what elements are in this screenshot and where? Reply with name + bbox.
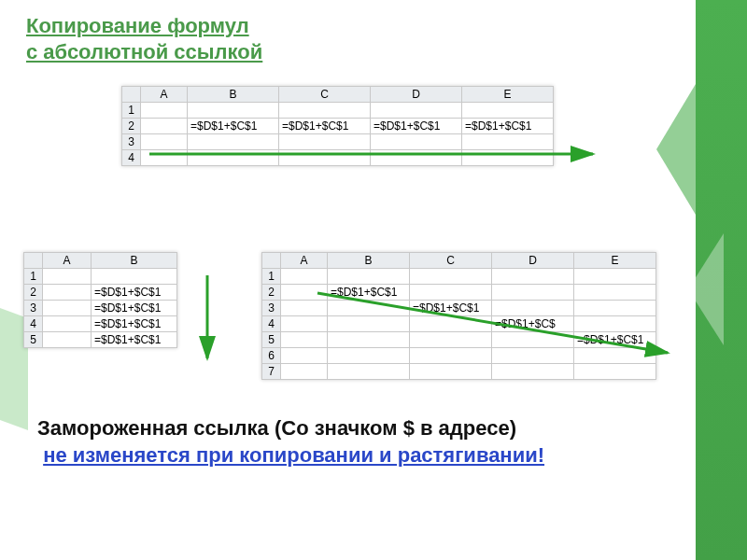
- explain-plain: Замороженная ссылка (Со значком $ в адре…: [37, 416, 516, 440]
- cell: =$D$1+$C$1: [410, 301, 492, 316]
- row-2: 2 =$D$1+$C$1 =$D$1+$C$1 =$D$1+$C$1 =$D$1…: [122, 119, 554, 134]
- col-C: C: [410, 253, 492, 269]
- cell: =$D$1+$C$1: [462, 119, 554, 134]
- row-3: 3=$D$1+$C$1: [24, 301, 177, 316]
- header-row: A B C D E: [262, 253, 656, 269]
- row-5: 5=$D$1+$C$1: [24, 332, 177, 348]
- spreadsheet-diagonal: A B C D E 1 2=$D$1+$C$1 3=$D$1+$C$1 4=$D…: [261, 252, 656, 380]
- header-row: A B C D E: [122, 87, 554, 103]
- col-B: B: [92, 253, 177, 269]
- cell: =$D$1+$C$: [492, 316, 574, 332]
- spreadsheet-horizontal: A B C D E 1 2 =$D$1+$C$1 =$D$1+$C$1 =$D$…: [121, 86, 554, 166]
- row-2: 2=$D$1+$C$1: [262, 285, 656, 301]
- col-E: E: [574, 253, 656, 269]
- col-D: D: [371, 87, 462, 103]
- spreadsheet-vertical: A B 1 2=$D$1+$C$1 3=$D$1+$C$1 4=$D$1+$C$…: [23, 252, 177, 348]
- col-B: B: [188, 87, 279, 103]
- col-A: A: [281, 253, 328, 269]
- cell: [141, 119, 188, 134]
- cell: =$D$1+$C$1: [92, 316, 177, 332]
- row-4: 4: [122, 150, 554, 166]
- cell: =$D$1+$C$1: [92, 285, 177, 301]
- row-1: 1: [122, 103, 554, 119]
- row-7: 7: [262, 364, 656, 380]
- cell: =$D$1+$C$1: [92, 301, 177, 316]
- explanation-text: Замороженная ссылка (Со значком $ в адре…: [37, 415, 663, 469]
- row-4: 4=$D$1+$C$: [262, 316, 656, 332]
- col-D: D: [492, 253, 574, 269]
- row-2: 2=$D$1+$C$1: [24, 285, 177, 301]
- row-4: 4=$D$1+$C$1: [24, 316, 177, 332]
- explain-underline: не изменяется при копировании и растягив…: [43, 443, 544, 467]
- cell: =$D$1+$C$1: [328, 285, 410, 301]
- row-3: 3=$D$1+$C$1: [262, 301, 656, 316]
- col-A: A: [141, 87, 188, 103]
- cell: =$D$1+$C$1: [574, 332, 656, 348]
- row-6: 6: [262, 348, 656, 364]
- cell: =$D$1+$C$1: [371, 119, 462, 134]
- col-C: C: [279, 87, 371, 103]
- row-1: 1: [24, 269, 177, 285]
- row-5: 5=$D$1+$C$1: [262, 332, 656, 348]
- row-1: 1: [262, 269, 656, 285]
- row-3: 3: [122, 134, 554, 150]
- slide-title: Копирование формул с абсолютной ссылкой: [26, 13, 262, 64]
- title-line2: с абсолютной ссылкой: [26, 40, 262, 63]
- cell: =$D$1+$C$1: [188, 119, 279, 134]
- col-B: B: [328, 253, 410, 269]
- arrow-vertical: [194, 273, 220, 366]
- decoration-right: [696, 0, 747, 560]
- header-row: A B: [24, 253, 177, 269]
- col-A: A: [43, 253, 92, 269]
- cell: =$D$1+$C$1: [92, 332, 177, 348]
- corner-cell: [122, 87, 141, 103]
- col-E: E: [462, 87, 554, 103]
- title-line1: Копирование формул: [26, 14, 249, 37]
- cell: =$D$1+$C$1: [279, 119, 371, 134]
